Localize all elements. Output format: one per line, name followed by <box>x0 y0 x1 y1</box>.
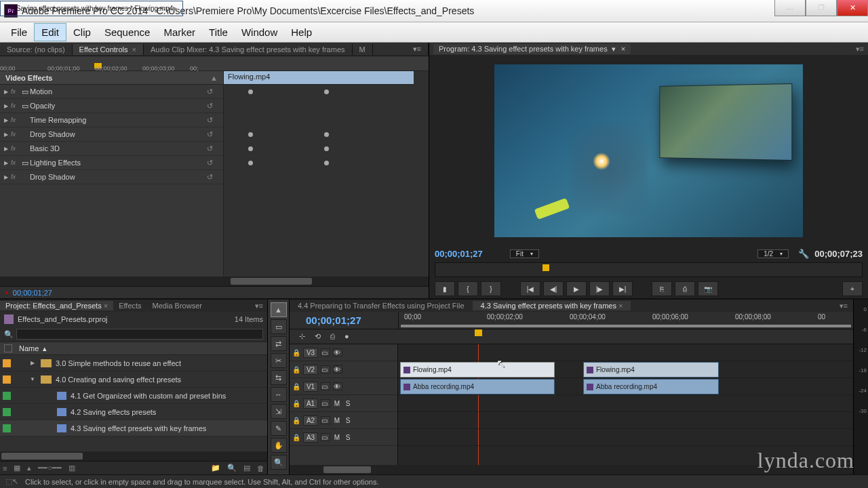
menu-edit[interactable]: Edit <box>34 23 66 41</box>
close-icon[interactable]: × <box>132 45 136 54</box>
project-tab[interactable]: Project: Effects_and_Presets × <box>0 301 113 310</box>
tab-source[interactable]: Source: (no clips) <box>0 44 73 55</box>
keyframe-marker[interactable] <box>324 132 329 137</box>
timeline-timecode[interactable]: 00;00;01;27 <box>290 314 378 326</box>
effect-property[interactable]: ▶fxDrop Shadow↺ <box>0 170 223 184</box>
effect-property[interactable]: ▶fx▭Lighting Effects↺ <box>0 156 223 170</box>
timeline-tab[interactable]: 4.3 Saving effect presets with key frame… <box>473 301 631 310</box>
timeline-tool-button[interactable]: ⎙ <box>330 332 335 341</box>
transport-button[interactable]: ▮ <box>435 281 455 296</box>
track-lane-a3[interactable] <box>398 429 853 446</box>
project-tab[interactable]: Effects <box>113 301 146 310</box>
program-timecode[interactable]: 00;00;01;27 <box>435 249 483 259</box>
effect-hscroll[interactable] <box>0 277 429 286</box>
settings-icon[interactable]: 🔧 <box>798 249 809 259</box>
panel-menu-icon[interactable]: ▾≡ <box>856 45 864 54</box>
project-column-header[interactable]: Name▴ <box>0 342 267 355</box>
new-item-icon[interactable]: ▤ <box>243 464 250 472</box>
bin-item[interactable]: ▶3.0 Simple methods to reuse an effect <box>0 355 267 371</box>
project-search-input[interactable] <box>16 329 263 340</box>
menu-title[interactable]: Title <box>202 24 235 41</box>
transport-button[interactable]: 📷 <box>698 281 718 296</box>
close-icon[interactable]: × <box>621 45 625 53</box>
program-scrubber[interactable] <box>435 262 863 277</box>
effect-timecode[interactable]: 00;00;01;27 <box>0 286 429 298</box>
project-tab[interactable]: Media Browser <box>147 301 208 310</box>
menu-file[interactable]: File <box>4 24 34 41</box>
effect-property[interactable]: ▶fx▭Motion↺ <box>0 85 223 99</box>
transport-button[interactable]: ⎘ <box>652 281 672 296</box>
track-header-v1[interactable]: 🔒V1▭👁 <box>290 378 397 395</box>
program-tab[interactable]: Program: 4.3 Saving effect presets with … <box>433 44 631 54</box>
minimize-button[interactable]: — <box>774 0 806 16</box>
tool-button[interactable]: ⇄ <box>271 336 287 351</box>
track-lane-a2[interactable] <box>398 412 853 429</box>
transport-button[interactable]: ▶| <box>612 281 633 296</box>
icon-view-icon[interactable]: ▦ <box>14 464 20 472</box>
work-area-bar[interactable] <box>401 325 851 327</box>
tab-metadata[interactable]: M <box>353 44 373 55</box>
transport-button[interactable]: } <box>481 281 501 296</box>
panel-menu-icon[interactable]: ▾≡ <box>406 43 429 55</box>
tab-effect-controls[interactable]: Effect Controls× <box>73 44 144 55</box>
quality-dropdown[interactable]: 1/2 <box>757 249 789 258</box>
track-header-v2[interactable]: 🔒V2▭👁 <box>290 361 397 378</box>
timeline-tool-button[interactable]: ⟲ <box>315 332 321 341</box>
effect-property[interactable]: ▶fxDrop Shadow↺ <box>0 127 223 142</box>
menu-marker[interactable]: Marker <box>157 24 202 41</box>
transport-button[interactable]: { <box>458 281 478 296</box>
timeline-hscroll[interactable] <box>290 465 853 474</box>
timeline-clip[interactable]: Abba recording.mp4 <box>400 379 555 394</box>
zoom-fit-dropdown[interactable]: Fit <box>510 249 539 258</box>
track-lane-v3[interactable] <box>398 344 853 361</box>
track-header-a3[interactable]: 🔒A3▭MS <box>290 429 397 446</box>
menu-help[interactable]: Help <box>284 24 319 41</box>
timeline-tab[interactable]: 4.4 Preparing to Transfer Effects using … <box>290 301 473 310</box>
keyframe-marker[interactable] <box>324 89 329 94</box>
tool-button[interactable]: ⇆ <box>271 370 287 385</box>
project-tree[interactable]: ▶3.0 Simple methods to reuse an effect▼4… <box>0 355 267 451</box>
effect-property[interactable]: ▶fx▭Opacity↺ <box>0 99 223 113</box>
bin-item[interactable]: ▼4.0 Creating and saving effect presets <box>0 371 267 388</box>
timeline-tool-button[interactable]: ● <box>344 332 349 341</box>
keyframe-marker[interactable] <box>324 146 329 151</box>
new-bin-icon[interactable]: 📁 <box>211 464 220 472</box>
sequence-item[interactable]: 4.2 Saving effects presets <box>0 404 267 420</box>
transport-button[interactable]: |▶ <box>589 281 610 296</box>
track-area[interactable]: Flowing.mp4Flowing.mp4Abba recording.mp4… <box>398 344 853 465</box>
menu-clip[interactable]: Clip <box>66 24 98 41</box>
tool-button[interactable]: ▲ <box>271 302 287 317</box>
effect-keyframe-area[interactable]: Flowing.mp4 <box>224 71 429 277</box>
keyframe-marker[interactable] <box>324 161 329 165</box>
tool-button[interactable]: ⇲ <box>271 404 287 419</box>
transport-button[interactable]: ▶ <box>566 281 587 296</box>
track-lane-a1[interactable] <box>398 395 853 412</box>
menu-sequence[interactable]: Sequence <box>98 24 157 41</box>
keyframe-marker[interactable] <box>248 89 253 94</box>
sequence-item[interactable]: 4.1 Get Organized with custom and preset… <box>0 388 267 404</box>
effect-property[interactable]: ▶fxBasic 3D↺ <box>0 142 223 156</box>
keyframe-marker[interactable] <box>248 132 253 137</box>
timeline-clip[interactable]: Flowing.mp4 <box>400 362 555 378</box>
tool-button[interactable]: ▭ <box>271 319 287 334</box>
keyframe-marker[interactable] <box>248 161 253 165</box>
list-view-icon[interactable]: ≡ <box>3 464 7 472</box>
add-button[interactable]: + <box>842 281 863 296</box>
timeline-clip[interactable]: Flowing.mp4 <box>583 362 719 378</box>
tool-button[interactable]: 🔍 <box>271 455 287 470</box>
transport-button[interactable]: ⎙ <box>675 281 695 296</box>
effect-property[interactable]: ▶fxTime Remapping↺ <box>0 113 223 127</box>
tool-button[interactable]: ✂ <box>271 353 287 368</box>
timeline-tool-button[interactable]: ⊹ <box>299 332 305 341</box>
track-header-v3[interactable]: 🔒V3▭👁 <box>290 344 397 361</box>
tool-button[interactable]: ✋ <box>271 438 287 453</box>
transport-button[interactable]: ◀| <box>543 281 564 296</box>
timeline-ruler[interactable]: 00;0000;00;02;0000;00;04;0000;00;06;0000… <box>398 312 853 329</box>
tool-button[interactable]: ↔ <box>271 387 287 402</box>
menu-window[interactable]: Window <box>235 24 284 41</box>
sequence-item[interactable]: 4.3 Saving effect presets with key frame… <box>0 420 267 436</box>
transport-button[interactable]: |◀ <box>520 281 540 296</box>
panel-menu-icon[interactable]: ▾≡ <box>251 302 267 310</box>
keyframe-marker[interactable] <box>248 146 253 151</box>
close-button[interactable]: ✕ <box>837 0 868 16</box>
